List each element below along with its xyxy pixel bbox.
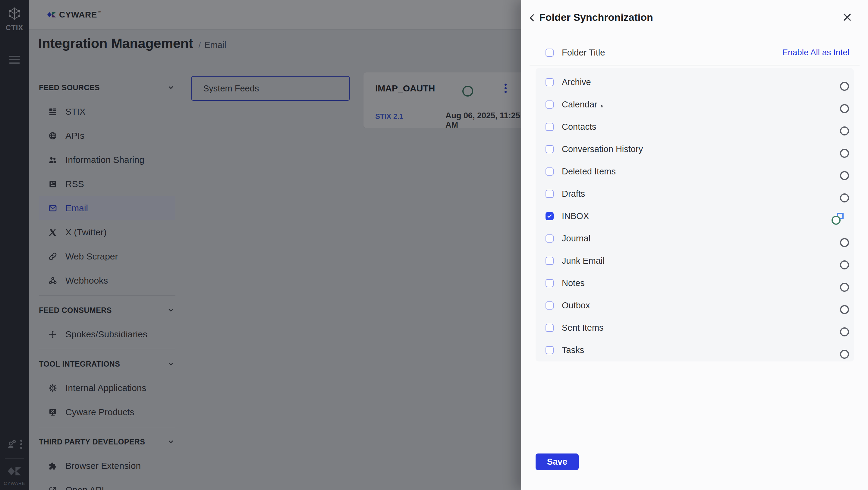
folder-row-junk-email: Junk Email [535,250,854,272]
folder-label: Tasks [562,345,584,355]
enable-all-as-intel-link[interactable]: Enable All as Intel [782,48,849,57]
folder-row-conversation-history: Conversation History [535,138,854,160]
close-button[interactable] [842,12,852,22]
folder-row-sent-items: Sent Items [535,317,854,339]
folder-row-journal: Journal [535,227,854,250]
folder-row-calendar: Calendar [535,93,854,116]
check-icon [547,213,553,219]
folder-row-inbox: INBOX [535,205,854,227]
folder-list-header: Folder Title Enable All as Intel [546,45,849,60]
folder-label: Contacts [562,122,596,132]
folder-checkbox[interactable] [546,145,554,153]
folder-label: Calendar [562,99,597,110]
folder-row-deleted-items: Deleted Items [535,160,854,182]
folder-checkbox[interactable] [546,234,554,242]
folder-intel-toggle[interactable] [837,79,844,85]
folder-label: Drafts [562,189,585,199]
folder-intel-toggle[interactable] [837,257,844,264]
folder-checkbox[interactable] [546,212,554,220]
folder-checkbox[interactable] [546,346,554,354]
folder-intel-toggle[interactable] [837,168,844,175]
folder-intel-toggle[interactable] [837,235,844,242]
drawer-header: Folder Synchronization [521,0,868,36]
folder-intel-toggle[interactable] [837,146,844,152]
folder-checkbox[interactable] [546,324,554,332]
folder-label: Journal [562,234,590,243]
folder-row-drafts: Drafts [535,182,854,205]
folder-checkbox[interactable] [546,257,554,265]
save-button[interactable]: Save [535,454,579,470]
back-button[interactable] [527,13,537,23]
folder-label: Notes [562,278,585,288]
folder-intel-toggle[interactable] [837,213,844,219]
folder-intel-toggle[interactable] [837,324,844,331]
app-root: CTIX CYWARE CYWARE ™ Integration Manage [0,0,868,490]
folder-label: Junk Email [562,256,604,266]
folder-label: Archive [562,77,591,87]
folder-row-outbox: Outbox [535,294,854,317]
folder-checkbox[interactable] [546,190,554,198]
modal-overlay[interactable] [0,0,521,490]
folder-row-tasks: Tasks [535,339,854,361]
folder-intel-toggle[interactable] [837,191,844,197]
folder-intel-toggle[interactable] [837,302,844,309]
folder-intel-toggle[interactable] [837,280,844,286]
folder-row-contacts: Contacts [535,116,854,138]
folder-checkbox[interactable] [546,301,554,310]
folder-checkbox[interactable] [546,123,554,131]
folder-checkbox[interactable] [546,168,554,176]
folder-checkbox[interactable] [546,78,554,86]
drawer-title: Folder Synchronization [539,11,653,23]
folder-label: INBOX [562,211,589,221]
folder-intel-toggle[interactable] [837,123,844,130]
folder-intel-toggle[interactable] [837,101,844,108]
chevron-left-icon [527,13,537,23]
folder-label: Conversation History [562,144,643,154]
folder-checkbox[interactable] [546,100,554,109]
folder-list-header-label: Folder Title [562,48,605,58]
folder-list: Archive Calendar Contacts Conversat [535,68,854,362]
folder-row-archive: Archive [535,71,854,93]
close-icon [842,12,852,22]
folder-label: Outbox [562,300,590,311]
folder-sync-drawer: Folder Synchronization Folder Title Enab… [521,0,868,490]
select-all-checkbox[interactable] [546,49,554,57]
subfolder-caret-icon [600,105,602,108]
folder-intel-toggle[interactable] [837,347,844,353]
folder-label: Deleted Items [562,167,616,176]
folder-checkbox[interactable] [546,279,554,287]
divider [530,65,860,65]
folder-row-notes: Notes [535,272,854,294]
folder-label: Sent Items [562,323,604,333]
